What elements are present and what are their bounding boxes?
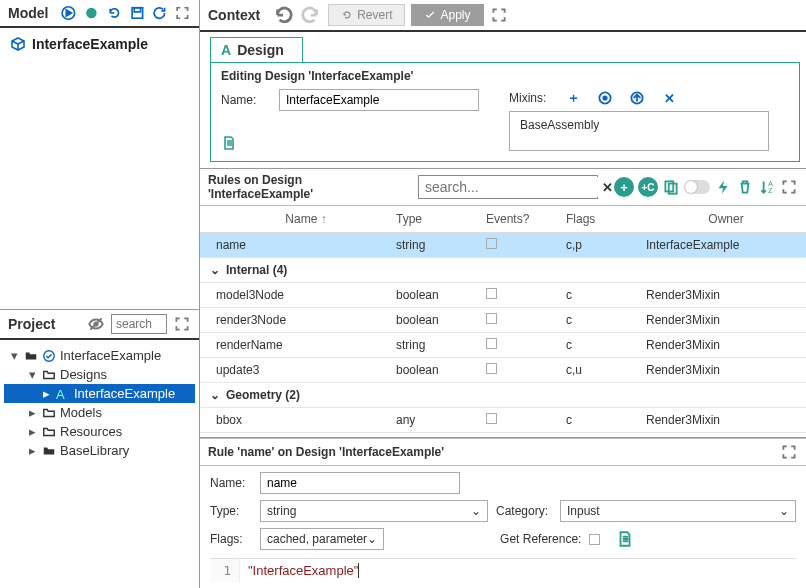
apply-button[interactable]: Apply bbox=[411, 4, 483, 26]
chevron-down-icon[interactable]: ▾ bbox=[8, 348, 20, 363]
code-editor[interactable]: 1 "InterfaceExample" bbox=[210, 558, 796, 582]
rule-row[interactable]: render3Node boolean c Render3Mixin bbox=[200, 308, 806, 333]
rule-name-input[interactable] bbox=[260, 472, 460, 494]
model-title: Model bbox=[8, 5, 48, 21]
document-icon[interactable] bbox=[221, 135, 237, 151]
rule-row[interactable]: name string c,p InterfaceExample bbox=[200, 233, 806, 258]
folder-icon bbox=[42, 425, 56, 439]
tree-resources[interactable]: ▸ Resources bbox=[4, 422, 195, 441]
checkbox[interactable] bbox=[486, 413, 497, 424]
design-a-icon: A bbox=[56, 387, 70, 401]
ed-category-label: Category: bbox=[496, 504, 552, 518]
rules-panel: Rules on Design 'InterfaceExample' ✕ + +… bbox=[200, 169, 806, 438]
expand-icon[interactable] bbox=[490, 6, 508, 24]
group-geometry[interactable]: ⌄ Geometry (2) bbox=[200, 383, 806, 408]
chevron-down-icon[interactable]: ⌄ bbox=[210, 388, 220, 402]
tree-root[interactable]: ▾ InterfaceExample bbox=[4, 346, 195, 365]
chevron-down-icon[interactable]: ⌄ bbox=[210, 263, 220, 277]
trash-icon[interactable] bbox=[736, 178, 754, 196]
project-search-input[interactable] bbox=[111, 314, 167, 334]
checkbox[interactable] bbox=[486, 363, 497, 374]
getref-checkbox[interactable] bbox=[589, 534, 600, 545]
visibility-icon[interactable] bbox=[87, 315, 105, 333]
add-c-button[interactable]: +C bbox=[638, 177, 658, 197]
project-panel: Project ▾ InterfaceExample ▾ Designs ▸ bbox=[0, 310, 200, 588]
tree-designs[interactable]: ▾ Designs bbox=[4, 365, 195, 384]
code-text: "InterfaceExample" bbox=[248, 563, 358, 578]
target-icon[interactable] bbox=[596, 89, 614, 107]
play-icon[interactable] bbox=[60, 4, 77, 22]
svg-point-7 bbox=[604, 96, 607, 99]
col-owner[interactable]: Owner bbox=[646, 212, 806, 226]
chevron-down-icon[interactable]: ▾ bbox=[26, 367, 38, 382]
group-internal[interactable]: ⌄ Internal (4) bbox=[200, 258, 806, 283]
folder-open-icon bbox=[24, 349, 38, 363]
bolt-icon[interactable] bbox=[714, 178, 732, 196]
refresh-icon[interactable] bbox=[151, 4, 168, 22]
rule-row[interactable]: model3Node boolean c Render3Mixin bbox=[200, 283, 806, 308]
undo-icon[interactable] bbox=[106, 4, 123, 22]
tree-baselibrary[interactable]: ▸ BaseLibrary bbox=[4, 441, 195, 460]
col-name[interactable]: Name bbox=[216, 212, 396, 226]
clear-icon[interactable]: ✕ bbox=[602, 180, 613, 195]
redo-icon[interactable] bbox=[300, 4, 322, 26]
checkbox[interactable] bbox=[486, 313, 497, 324]
chevron-down-icon: ⌄ bbox=[779, 504, 789, 518]
sort-az-icon[interactable]: AZ bbox=[758, 178, 776, 196]
close-icon[interactable]: ✕ bbox=[660, 89, 678, 107]
model-body: InterfaceExample bbox=[0, 28, 199, 60]
rule-row[interactable]: bbox any c Render3Mixin bbox=[200, 408, 806, 433]
chevron-right-icon[interactable]: ▸ bbox=[26, 405, 38, 420]
editor-header: Rule 'name' on Design 'InterfaceExample' bbox=[200, 438, 806, 466]
toggle-switch[interactable] bbox=[684, 180, 710, 194]
rules-table[interactable]: name string c,p InterfaceExample ⌄ Inter… bbox=[200, 233, 806, 437]
checkbox[interactable] bbox=[486, 338, 497, 349]
col-events[interactable]: Events? bbox=[486, 212, 566, 226]
type-select[interactable]: string⌄ bbox=[260, 500, 488, 522]
expand-icon[interactable] bbox=[780, 443, 798, 461]
context-header: Context Revert Apply bbox=[200, 0, 806, 32]
tree-design-item[interactable]: ▸ A InterfaceExample bbox=[4, 384, 195, 403]
cube-icon bbox=[10, 36, 26, 52]
rule-row[interactable]: renderName string c Render3Mixin bbox=[200, 333, 806, 358]
chevron-right-icon[interactable]: ▸ bbox=[40, 386, 52, 401]
expand-icon[interactable] bbox=[780, 178, 798, 196]
checkbox[interactable] bbox=[486, 288, 497, 299]
model-header: Model bbox=[0, 0, 199, 28]
arrow-up-icon[interactable] bbox=[628, 89, 646, 107]
add-rule-button[interactable]: + bbox=[614, 177, 634, 197]
rules-search[interactable]: ✕ bbox=[418, 175, 598, 199]
col-flags[interactable]: Flags bbox=[566, 212, 646, 226]
expand-icon[interactable] bbox=[174, 4, 191, 22]
rule-editor-panel: Rule 'name' on Design 'InterfaceExample'… bbox=[200, 438, 806, 588]
name-label: Name: bbox=[221, 93, 271, 107]
undo-icon[interactable] bbox=[272, 4, 294, 26]
chevron-right-icon[interactable]: ▸ bbox=[26, 443, 38, 458]
rules-column-headers: Name Type Events? Flags Owner bbox=[200, 206, 806, 233]
rules-search-input[interactable] bbox=[423, 177, 602, 197]
plus-icon[interactable]: ＋ bbox=[564, 89, 582, 107]
category-select[interactable]: Inpust⌄ bbox=[560, 500, 796, 522]
document-icon[interactable] bbox=[616, 530, 634, 548]
tree-models[interactable]: ▸ Models bbox=[4, 403, 195, 422]
chevron-right-icon[interactable]: ▸ bbox=[26, 424, 38, 439]
line-number: 1 bbox=[210, 559, 240, 582]
svg-text:Z: Z bbox=[768, 187, 772, 194]
col-type[interactable]: Type bbox=[396, 212, 486, 226]
revert-button[interactable]: Revert bbox=[328, 4, 405, 26]
project-tree: ▾ InterfaceExample ▾ Designs ▸ A Interfa… bbox=[0, 340, 199, 466]
project-header: Project bbox=[0, 310, 199, 340]
copy-icon[interactable] bbox=[662, 178, 680, 196]
mixins-list[interactable]: BaseAssembly bbox=[509, 111, 769, 151]
record-icon[interactable] bbox=[83, 4, 100, 22]
mixins-label: Mixins: bbox=[509, 91, 546, 105]
design-name-input[interactable] bbox=[279, 89, 479, 111]
rule-row[interactable]: update3 boolean c,u Render3Mixin bbox=[200, 358, 806, 383]
tab-design[interactable]: A Design bbox=[210, 37, 303, 63]
flags-select[interactable]: cached, parameter⌄ bbox=[260, 528, 384, 550]
expand-icon[interactable] bbox=[173, 315, 191, 333]
model-root-name[interactable]: InterfaceExample bbox=[32, 36, 148, 52]
save-icon[interactable] bbox=[129, 4, 146, 22]
context-panel: Context Revert Apply A Design Editing De… bbox=[200, 0, 806, 169]
checkbox[interactable] bbox=[486, 238, 497, 249]
